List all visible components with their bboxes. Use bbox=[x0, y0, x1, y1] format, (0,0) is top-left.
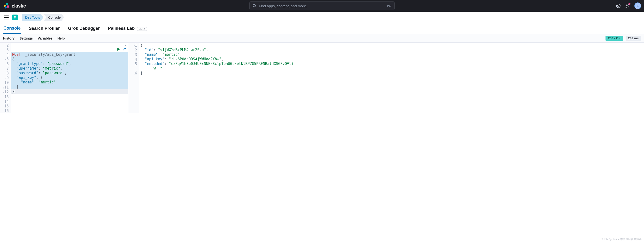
search-kbd-hint: ⌘/ bbox=[387, 4, 392, 8]
search-icon bbox=[252, 4, 256, 8]
request-options-icon[interactable] bbox=[122, 47, 126, 51]
brand-text: elastic bbox=[12, 3, 26, 9]
editor-split: 234▾5678▾910▴11▴1213141516 • POST _secur… bbox=[0, 43, 644, 113]
breadcrumb-console[interactable]: Console bbox=[44, 14, 64, 21]
response-time: 242 ms bbox=[626, 36, 641, 41]
search-input[interactable] bbox=[259, 4, 384, 8]
variables-link[interactable]: Variables bbox=[38, 36, 52, 40]
response-pane: ▾12345 ▴6 { "id": "s1jWXYoBxPLM4LwrZSzu"… bbox=[128, 43, 644, 113]
send-request-icon[interactable] bbox=[117, 48, 120, 51]
elastic-logo-icon bbox=[4, 3, 10, 9]
header-right: E bbox=[616, 3, 641, 9]
svg-point-0 bbox=[253, 4, 256, 7]
top-header: elastic ⌘/ E bbox=[0, 0, 644, 12]
request-editor[interactable]: • POST _security/api_key/grant{ "grant_t… bbox=[11, 43, 128, 113]
app-badge[interactable]: D bbox=[12, 15, 18, 20]
tab-console[interactable]: Console bbox=[3, 23, 21, 34]
global-search: ⌘/ bbox=[249, 2, 395, 10]
settings-link[interactable]: Settings bbox=[19, 36, 33, 40]
tab-search-profiler[interactable]: Search Profiler bbox=[28, 24, 60, 34]
svg-line-1 bbox=[255, 7, 256, 8]
svg-line-5 bbox=[629, 5, 630, 5]
response-viewer[interactable]: { "id": "s1jWXYoBxPLM4LwrZSzu", "name": … bbox=[139, 43, 644, 113]
tab-painless-label: Painless Lab bbox=[108, 26, 134, 31]
request-actions bbox=[117, 47, 126, 51]
breadcrumb-bar: D Dev Tools Console bbox=[0, 12, 644, 23]
tab-grok-debugger[interactable]: Grok Debugger bbox=[68, 24, 100, 34]
svg-point-3 bbox=[618, 5, 619, 7]
search-box[interactable]: ⌘/ bbox=[249, 2, 395, 10]
user-avatar[interactable]: E bbox=[634, 3, 641, 9]
help-icon[interactable] bbox=[616, 4, 621, 8]
newsfeed-icon[interactable] bbox=[625, 4, 630, 8]
request-gutter: 234▾5678▾910▴11▴1213141516 bbox=[0, 43, 11, 113]
history-link[interactable]: History bbox=[3, 36, 14, 40]
request-pane: 234▾5678▾910▴11▴1213141516 • POST _secur… bbox=[0, 43, 128, 113]
console-toolbar: History Settings Variables Help 200 - OK… bbox=[0, 34, 644, 43]
notification-dot bbox=[628, 3, 630, 5]
help-link[interactable]: Help bbox=[58, 36, 65, 40]
breadcrumb-devtools[interactable]: Dev Tools bbox=[22, 14, 43, 21]
tab-painless-lab[interactable]: Painless Lab BETA bbox=[108, 24, 148, 34]
tabs-row: Console Search Profiler Grok Debugger Pa… bbox=[0, 23, 644, 34]
response-gutter: ▾12345 ▴6 bbox=[128, 43, 139, 113]
nav-toggle-icon[interactable] bbox=[4, 16, 9, 19]
response-status: 200 - OK bbox=[606, 36, 623, 41]
svg-point-2 bbox=[616, 4, 620, 8]
brand-logo[interactable]: elastic bbox=[4, 3, 26, 9]
beta-badge: BETA bbox=[137, 27, 147, 31]
